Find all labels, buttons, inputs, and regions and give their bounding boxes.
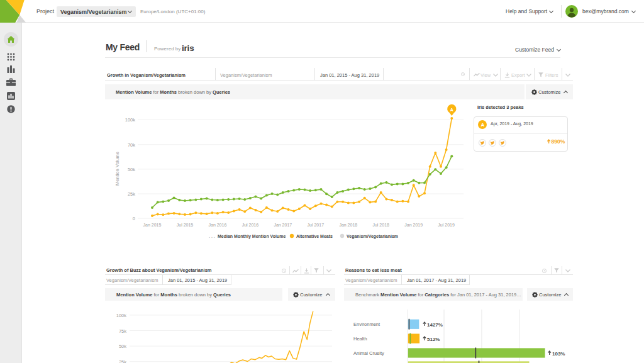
svg-text:Jul 2015: Jul 2015 — [177, 223, 194, 227]
svg-text:512%: 512% — [427, 337, 440, 342]
svg-text:Jul 2018: Jul 2018 — [372, 223, 389, 227]
svg-text:A: A — [450, 108, 453, 112]
svg-text:25k: 25k — [119, 359, 126, 363]
svg-text:Animal Cruelty: Animal Cruelty — [353, 350, 384, 356]
svg-text:103%: 103% — [552, 351, 565, 357]
svg-text:890%: 890% — [552, 138, 565, 144]
svg-text:1427%: 1427% — [427, 322, 443, 328]
svg-text:Jan 2015: Jan 2015 — [143, 223, 162, 227]
svg-text:Jan 2018: Jan 2018 — [339, 223, 357, 227]
svg-text:Jul 2017: Jul 2017 — [308, 223, 325, 227]
svg-text:Jan 2016: Jan 2016 — [208, 223, 226, 227]
svg-text:. . .: . . . — [209, 234, 215, 238]
svg-text:0: 0 — [133, 216, 135, 221]
svg-text:100k: 100k — [125, 117, 136, 123]
svg-text:75k: 75k — [119, 328, 126, 334]
svg-text:Jul 2016: Jul 2016 — [242, 223, 259, 227]
svg-text:100k: 100k — [116, 313, 127, 318]
svg-text:Median Monthly Mention Volume: Median Monthly Mention Volume — [218, 234, 286, 239]
svg-text:Jan 2019: Jan 2019 — [404, 223, 423, 227]
svg-text:50k: 50k — [128, 167, 135, 172]
svg-text:50k: 50k — [119, 343, 126, 349]
svg-text:Alternative Meats: Alternative Meats — [296, 234, 333, 238]
svg-text:Jul 2019: Jul 2019 — [438, 223, 455, 227]
svg-text:Mention Volume: Mention Volume — [114, 152, 120, 186]
svg-text:Environment: Environment — [353, 321, 380, 327]
svg-text:Jan 2017: Jan 2017 — [274, 223, 292, 227]
svg-text:Health: Health — [353, 336, 367, 342]
svg-text:25k: 25k — [128, 191, 135, 197]
svg-text:Veganism/Vegetarianism: Veganism/Vegetarianism — [347, 234, 398, 239]
svg-text:70k: 70k — [128, 142, 135, 148]
